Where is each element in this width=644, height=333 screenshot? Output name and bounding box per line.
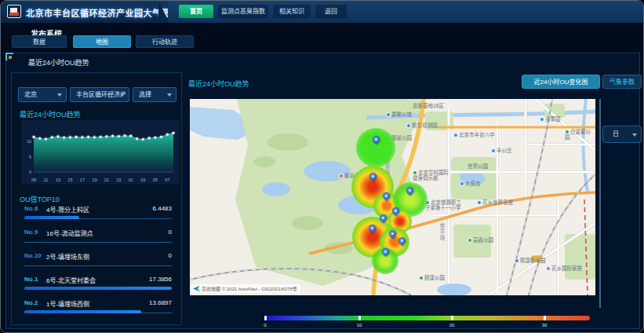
nav-odor-index[interactable]: 监测点恶臭指数 xyxy=(218,5,268,18)
tab-track[interactable]: 行动轨迹 xyxy=(136,35,194,48)
rank-label: No.9 xyxy=(24,229,38,236)
tab-map[interactable]: 地图 xyxy=(73,35,131,48)
chevron-down-icon xyxy=(167,93,172,97)
map-label: 颐康公园 xyxy=(419,275,445,280)
value-bar xyxy=(24,310,141,313)
list-item[interactable]: No.9 16号-流动监测点 0 xyxy=(21,229,173,249)
city-select-value: 北京 xyxy=(24,91,37,98)
city-select[interactable]: 北京 xyxy=(18,87,67,102)
main-panel: 最近24小时OU趋势 北京 丰台区循环经济产 选择 最近24小时OU趋势 xyxy=(5,53,640,329)
colorbar-tick-label: 20 xyxy=(449,323,455,328)
svg-text:03: 03 xyxy=(140,177,145,182)
colorbar-tick xyxy=(358,316,361,320)
heat-blob xyxy=(356,128,395,167)
colorbar-tick xyxy=(451,316,453,320)
top-list-title: OU值TOP10 xyxy=(20,194,60,204)
ou-value: 0 xyxy=(169,229,172,236)
value-bar xyxy=(24,216,79,219)
panel-divider xyxy=(599,99,601,308)
svg-text:15: 15 xyxy=(67,177,72,182)
ou-trend-chart: 0510091113151719212301030507 xyxy=(21,120,180,185)
map-attribution: 高德地图 © 2021 AutoNavi - GS(2021)6375号 xyxy=(191,284,300,293)
colorbar-gradient xyxy=(265,316,590,320)
list-item[interactable]: No.1 6号-北天堂村委会 17.3856 xyxy=(21,276,173,296)
map-label: 新华双湖园 xyxy=(406,123,438,128)
tab-data[interactable]: 数据 xyxy=(12,35,67,48)
list-item[interactable]: No.2 1号-填埋场西侧 13.6897 xyxy=(21,299,173,320)
poi-icon xyxy=(339,174,344,178)
point-name: 6号-北天堂村委会 xyxy=(46,276,96,284)
svg-text:19: 19 xyxy=(92,177,96,182)
park-select[interactable]: 丰台区循环经济产 xyxy=(70,87,129,102)
poi-icon xyxy=(491,148,496,153)
point-name: 4号-筛分上料区 xyxy=(46,205,89,214)
attribution-text: 高德地图 © 2021 AutoNavi - GS(2021)6375号 xyxy=(202,285,297,292)
nav-back[interactable]: 返回 xyxy=(315,5,347,18)
header-bar: 北京市丰台区循环经济产业园大气恶臭状况实时 首页 监测点恶臭指数 相关知识 返回 xyxy=(1,1,644,23)
colorbar-tick-label: 30 xyxy=(542,323,548,328)
rank-label: No.10 xyxy=(24,252,42,259)
poi-icon xyxy=(540,117,544,122)
left-panel: 北京 丰台区循环经济产 选择 最近24小时OU趋势 xyxy=(11,72,182,325)
svg-text:13: 13 xyxy=(56,177,60,182)
poi-icon xyxy=(477,200,482,205)
map-label: 丰公庄 xyxy=(491,148,512,153)
point-name: 2号-填埋场东侧 xyxy=(46,252,89,261)
map-canvas[interactable]: 总部基地18区香榭公馆新华双湖园御景公园北京市丰台八中丰公庄点翠园白盆窑公园世界… xyxy=(190,99,595,295)
poi-icon xyxy=(468,238,472,243)
svg-text:21: 21 xyxy=(104,177,109,182)
map-label: 熙康颐家园 xyxy=(515,258,546,263)
point-select[interactable]: 选择 xyxy=(133,87,176,102)
ou-value: 13.6897 xyxy=(149,299,172,306)
nav-knowledge[interactable]: 相关知识 xyxy=(273,5,311,18)
map-label: 北京市丰台八中 xyxy=(453,132,495,137)
ou-value: 6.4483 xyxy=(153,205,172,212)
main-nav: 首页 监测点恶臭指数 相关知识 返回 xyxy=(168,1,644,23)
poi-icon xyxy=(406,123,411,128)
park-select-value: 丰台区循环经济产 xyxy=(76,91,126,98)
map-label: 樊羊路 xyxy=(439,223,445,241)
rank-label: No.8 xyxy=(24,205,38,212)
chevron-down-icon xyxy=(57,93,62,97)
poi-icon xyxy=(460,181,464,186)
value-bar xyxy=(24,287,172,290)
point-select-value: 选择 xyxy=(139,91,151,98)
list-item[interactable]: No.10 2号-填埋场东侧 0 xyxy=(21,252,173,273)
nav-home[interactable]: 首页 xyxy=(179,5,213,18)
poi-icon xyxy=(419,276,424,280)
colorbar-tick-label: 0 xyxy=(264,323,266,328)
poi-icon xyxy=(386,112,391,117)
poi-icon xyxy=(546,266,551,271)
ou-value: 0 xyxy=(169,252,172,259)
point-name: 1号-填埋场西侧 xyxy=(46,299,89,308)
svg-text:09: 09 xyxy=(31,177,36,182)
colorbar-tick xyxy=(544,316,546,320)
weather-params-button[interactable]: 气象参数 xyxy=(602,75,642,89)
map-label: 北京华科国际 健身俱乐部 xyxy=(413,170,449,181)
ou-value: 17.3856 xyxy=(149,276,172,283)
list-item[interactable]: No.8 4号-筛分上料区 6.4483 xyxy=(21,205,173,225)
svg-text:23: 23 xyxy=(116,177,121,182)
poi-icon xyxy=(565,130,569,134)
svg-text:10: 10 xyxy=(27,139,31,144)
colorbar-tick xyxy=(264,316,267,320)
panel-corner-accent xyxy=(5,53,13,60)
amap-logo-icon xyxy=(193,286,200,292)
map-label: 大葆台 xyxy=(460,181,481,186)
ou-change-map-button[interactable]: 近24小时OU变化图 xyxy=(522,75,600,89)
heat-colorbar: 0102030 xyxy=(265,316,590,330)
rank-label: No.2 xyxy=(24,299,38,306)
colorbar-tick-label: 10 xyxy=(357,323,362,328)
svg-text:01: 01 xyxy=(129,177,133,182)
map-label: 香榭公馆 xyxy=(386,112,412,117)
trend-title: 最近24小时OU趋势 xyxy=(20,109,81,119)
svg-text:17: 17 xyxy=(80,177,85,182)
interval-select-value: 日 xyxy=(613,130,619,137)
poi-icon xyxy=(413,170,417,175)
interval-select[interactable]: 日 xyxy=(602,126,642,143)
map-label: 花乡世界名居 xyxy=(477,199,513,205)
map-label: 世界公园 xyxy=(468,163,488,169)
app-window: 北京市丰台区循环经济产业园大气恶臭状况实时 首页 监测点恶臭指数 相关知识 返回… xyxy=(0,0,644,333)
map-label: 北京铁路职工 子弟第十一小学 xyxy=(425,199,461,210)
chevron-down-icon xyxy=(120,93,125,97)
